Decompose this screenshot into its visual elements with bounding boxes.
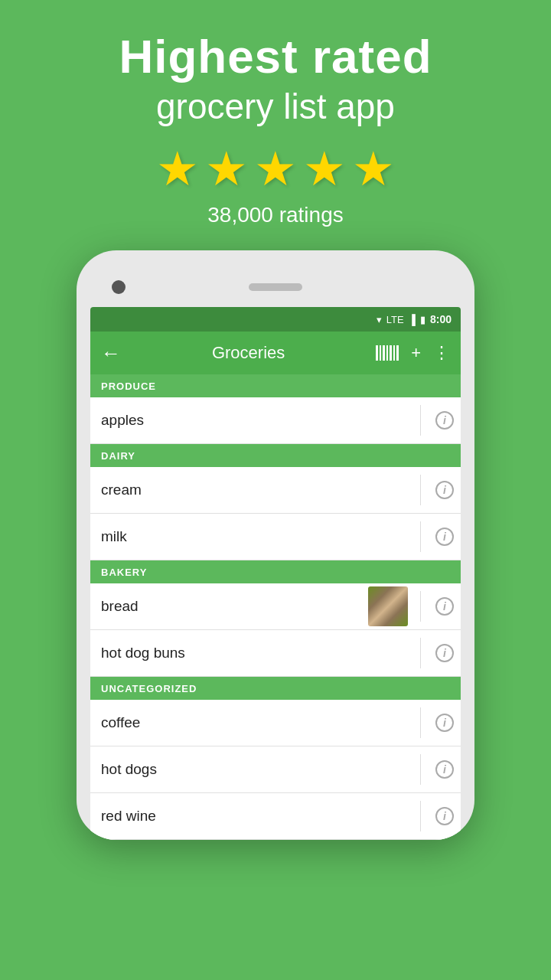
info-button-cream[interactable]: i: [429, 467, 461, 513]
app-toolbar: ← Groceries + ⋮: [90, 332, 461, 374]
list-item: milk i: [90, 514, 461, 560]
list-item: bread i: [90, 583, 461, 630]
category-label-uncategorized: UNCATEGORIZED: [101, 683, 197, 694]
phone-top-bar: [90, 267, 461, 307]
ratings-count: 38,000 ratings: [207, 203, 343, 227]
barcode-button[interactable]: [376, 345, 399, 361]
barcode-bar-3: [383, 345, 385, 361]
status-bar: ▾ LTE ▐ ▮ 8:00: [90, 307, 461, 332]
info-button-redwine[interactable]: i: [429, 793, 461, 839]
star-5: ★: [352, 141, 395, 197]
list-item: hot dog buns i: [90, 630, 461, 677]
info-icon-hotdogbuns: i: [435, 644, 454, 662]
barcode-bar-7: [396, 345, 399, 361]
category-header-dairy: DAIRY: [90, 444, 461, 467]
info-icon-milk: i: [435, 528, 454, 546]
info-button-bread[interactable]: i: [429, 583, 461, 629]
info-icon-cream: i: [435, 481, 454, 499]
phone-screen: ▾ LTE ▐ ▮ 8:00 ← Groceries + ⋮ PRODUC: [90, 307, 461, 840]
signal-icon: ▐: [409, 314, 416, 325]
item-name-apples: apples: [101, 412, 412, 429]
category-header-uncategorized: UNCATEGORIZED: [90, 677, 461, 700]
list-item: cream i: [90, 467, 461, 514]
info-button-milk[interactable]: i: [429, 514, 461, 560]
category-header-bakery: BAKERY: [90, 560, 461, 583]
star-3: ★: [254, 141, 297, 197]
item-name-hotdogbuns: hot dog buns: [101, 645, 412, 662]
item-name-hotdogs: hot dogs: [101, 761, 412, 778]
star-4: ★: [303, 141, 346, 197]
info-button-hotdogs[interactable]: i: [429, 746, 461, 792]
category-label-bakery: BAKERY: [101, 567, 147, 578]
item-divider: [420, 801, 421, 831]
barcode-bar-6: [393, 345, 395, 361]
list-item: coffee i: [90, 700, 461, 746]
item-divider: [420, 475, 421, 505]
stars-row: ★ ★ ★ ★ ★: [156, 141, 395, 197]
barcode-bar-4: [386, 345, 388, 361]
battery-icon: ▮: [420, 314, 425, 325]
phone-speaker: [249, 283, 302, 291]
item-name-redwine: red wine: [101, 808, 412, 825]
info-icon-coffee: i: [435, 714, 454, 732]
item-divider: [420, 521, 421, 552]
barcode-bar-5: [390, 345, 392, 361]
subheadline: grocery list app: [156, 86, 395, 127]
info-icon-bread: i: [435, 597, 454, 616]
info-icon-apples: i: [435, 411, 454, 430]
item-name-coffee: coffee: [101, 714, 412, 731]
bread-thumbnail: [368, 586, 408, 626]
item-divider: [420, 591, 421, 622]
promo-section: Highest rated grocery list app ★ ★ ★ ★ ★…: [0, 0, 551, 227]
list-item: hot dogs i: [90, 746, 461, 793]
info-button-hotdogbuns[interactable]: i: [429, 630, 461, 676]
barcode-bar-2: [380, 345, 381, 361]
info-icon-redwine: i: [435, 807, 454, 825]
item-divider: [420, 405, 421, 436]
back-button[interactable]: ←: [101, 341, 121, 365]
barcode-bar-1: [376, 345, 378, 361]
wifi-icon: ▾: [377, 314, 382, 325]
bread-thumb-image: [368, 586, 408, 626]
phone-frame: ▾ LTE ▐ ▮ 8:00 ← Groceries + ⋮ PRODUC: [77, 250, 474, 840]
add-button[interactable]: +: [411, 343, 421, 363]
item-divider: [420, 638, 421, 668]
item-divider: [420, 754, 421, 785]
item-divider: [420, 707, 421, 738]
info-button-apples[interactable]: i: [429, 397, 461, 443]
star-2: ★: [205, 141, 248, 197]
info-icon-hotdogs: i: [435, 760, 454, 779]
phone-camera: [112, 280, 126, 294]
toolbar-title: Groceries: [133, 343, 364, 363]
item-name-milk: milk: [101, 528, 412, 545]
item-name-cream: cream: [101, 482, 412, 498]
headline: Highest rated: [119, 31, 432, 83]
category-label-dairy: DAIRY: [101, 450, 135, 462]
list-item: apples i: [90, 397, 461, 444]
category-header-produce: PRODUCE: [90, 374, 461, 397]
lte-label: LTE: [386, 314, 404, 325]
status-time: 8:00: [430, 313, 452, 325]
item-name-bread: bread: [101, 598, 368, 615]
list-item: red wine i: [90, 793, 461, 840]
more-button[interactable]: ⋮: [433, 343, 450, 363]
category-label-produce: PRODUCE: [101, 381, 156, 392]
star-1: ★: [156, 141, 199, 197]
info-button-coffee[interactable]: i: [429, 700, 461, 746]
